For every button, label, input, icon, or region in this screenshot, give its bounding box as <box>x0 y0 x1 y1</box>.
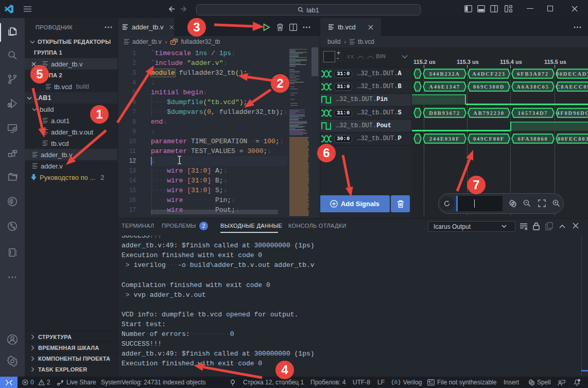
svg-text:7: 7 <box>473 178 479 192</box>
svg-text:1: 1 <box>96 107 102 121</box>
svg-text:4: 4 <box>281 363 288 377</box>
svg-text:5: 5 <box>36 67 43 81</box>
svg-text:2: 2 <box>276 76 283 90</box>
svg-text:6: 6 <box>323 146 330 160</box>
svg-text:3: 3 <box>193 20 200 34</box>
